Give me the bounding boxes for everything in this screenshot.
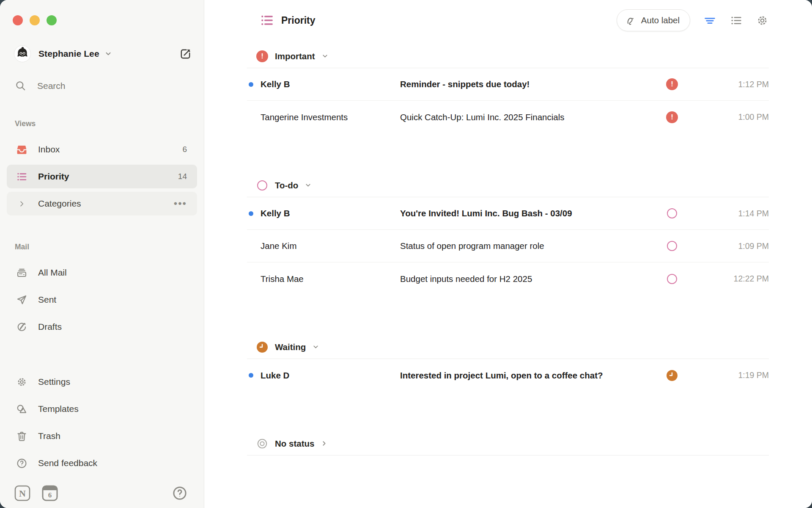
group-header-important[interactable]: !Important	[247, 44, 769, 68]
sidebar-item-categories[interactable]: Categories•••	[7, 192, 197, 215]
help-circle-icon[interactable]	[172, 486, 187, 501]
unread-dot	[249, 211, 253, 216]
group-header-todo[interactable]: To-do	[247, 174, 769, 197]
important-status-icon: !	[666, 111, 678, 123]
auto-label-button[interactable]: Auto label	[617, 9, 690, 31]
email-sender: Trisha Mae	[261, 274, 400, 284]
filter-icon[interactable]	[703, 14, 716, 27]
chevron-down-icon	[312, 343, 319, 351]
no-status-icon	[256, 438, 268, 450]
email-groups: !ImportantKelly BReminder - snippets due…	[247, 44, 769, 456]
email-rows: Luke DInterested in project Lumi, open t…	[247, 359, 769, 392]
group-label: To-do	[275, 180, 298, 190]
page-title: Priority	[281, 15, 315, 26]
email-row[interactable]: Kelly BReminder - snippets due today!!1:…	[247, 68, 769, 101]
waiting-status-icon	[256, 341, 268, 353]
email-subject: Budget inputs needed for H2 2025	[400, 274, 666, 284]
email-row[interactable]: Kelly BYou're Invited! Lumi Inc. Bug Bas…	[247, 197, 769, 230]
email-group-no-status: No status	[247, 432, 769, 456]
email-subject: Reminder - snippets due today!	[400, 79, 666, 89]
email-group-important: !ImportantKelly BReminder - snippets due…	[247, 44, 769, 133]
unread-count: 14	[178, 172, 187, 181]
sidebar-item-send-feedback[interactable]: Send feedback	[7, 451, 197, 475]
email-time: 1:09 PM	[678, 241, 769, 251]
email-row[interactable]: Luke DInterested in project Lumi, open t…	[247, 359, 769, 392]
account-switcher[interactable]: Stephanie Lee	[31, 49, 112, 59]
unread-indicator-col	[247, 373, 261, 378]
sidebar-item-label: Drafts	[38, 322, 62, 332]
mail-list-pane: Priority Auto label	[204, 0, 812, 508]
view-header: Priority Auto label	[247, 0, 769, 41]
sidebar-item-all-mail[interactable]: All Mail	[7, 261, 197, 284]
notion-logo-icon[interactable]: N	[14, 485, 31, 502]
screen: Stephanie Lee Search Vie	[0, 0, 812, 508]
mail-items: All MailSentDrafts	[0, 261, 204, 342]
email-rows: Kelly BReminder - snippets due today!!1:…	[247, 68, 769, 133]
sidebar-item-label: Templates	[38, 404, 79, 414]
help-icon	[16, 458, 27, 469]
email-subject: You're Invited! Lumi Inc. Bug Bash - 03/…	[400, 208, 666, 218]
sidebar-item-sent[interactable]: Sent	[7, 288, 197, 312]
sidebar-item-settings[interactable]: Settings	[7, 370, 197, 394]
email-sender: Kelly B	[261, 208, 400, 218]
unread-indicator-col	[247, 82, 261, 87]
sidebar-footer: N 6	[14, 485, 187, 502]
email-group-waiting: WaitingLuke DInterested in project Lumi,…	[247, 335, 769, 392]
email-status-badge[interactable]	[666, 274, 678, 284]
sidebar-item-trash[interactable]: Trash	[7, 424, 197, 448]
chevron-down-icon	[321, 52, 329, 60]
svg-text:6: 6	[48, 491, 52, 499]
email-time: 12:22 PM	[678, 274, 769, 284]
zoom-button[interactable]	[47, 15, 57, 25]
sidebar-item-drafts[interactable]: Drafts	[7, 315, 197, 339]
all-mail-icon	[16, 267, 27, 279]
close-button[interactable]	[13, 15, 23, 25]
email-status-badge[interactable]: !	[666, 111, 678, 123]
email-sender: Kelly B	[261, 79, 400, 89]
email-group-todo: To-doKelly BYou're Invited! Lumi Inc. Bu…	[247, 174, 769, 295]
group-header-waiting[interactable]: Waiting	[247, 335, 769, 359]
important-status-icon: !	[666, 78, 678, 90]
chevron-down-icon	[304, 182, 312, 189]
inbox-icon	[16, 144, 27, 155]
sidebar-item-label: Settings	[38, 377, 70, 387]
email-time: 1:00 PM	[678, 112, 769, 122]
more-options-button[interactable]: •••	[174, 202, 187, 206]
priority-list-icon	[16, 171, 27, 182]
gear-icon[interactable]	[756, 14, 769, 27]
minimize-button[interactable]	[30, 15, 40, 25]
email-status-badge[interactable]	[666, 208, 678, 218]
search-button[interactable]: Search	[15, 80, 192, 91]
sidebar-item-priority[interactable]: Priority14	[7, 165, 197, 188]
chevron-right-icon	[16, 198, 27, 210]
waiting-status-icon	[666, 370, 678, 381]
sidebar-item-templates[interactable]: Templates	[7, 397, 197, 421]
email-row[interactable]: Jane KimStatus of open program manager r…	[247, 230, 769, 262]
unread-dot	[249, 82, 253, 87]
auto-label-text: Auto label	[641, 15, 680, 25]
calendar-icon[interactable]: 6	[41, 485, 58, 502]
sidebar-item-inbox[interactable]: Inbox6	[7, 138, 197, 161]
list-view-icon[interactable]	[730, 14, 743, 27]
gear-icon	[16, 376, 27, 388]
sidebar-item-label: All Mail	[38, 268, 67, 278]
email-subject: Quick Catch-Up: Lumi Inc. 2025 Financial…	[400, 112, 666, 122]
svg-text:N: N	[19, 488, 26, 499]
compose-button[interactable]	[179, 47, 192, 61]
trash-icon	[16, 431, 27, 442]
todo-status-icon	[257, 180, 267, 190]
group-header-no-status[interactable]: No status	[247, 432, 769, 456]
email-row[interactable]: Tangerine InvestmentsQuick Catch-Up: Lum…	[247, 101, 769, 133]
auto-label-wand-icon	[625, 15, 636, 26]
header-actions: Auto label	[617, 9, 769, 31]
avatar	[14, 45, 31, 62]
email-row[interactable]: Trisha MaeBudget inputs needed for H2 20…	[247, 262, 769, 295]
email-status-badge[interactable]	[666, 241, 678, 251]
unread-dot	[249, 373, 253, 378]
email-time: 1:19 PM	[678, 370, 769, 380]
mail-app-window: Stephanie Lee Search Vie	[0, 0, 812, 508]
email-subject: Status of open program manager role	[400, 241, 666, 251]
email-status-badge[interactable]: !	[666, 78, 678, 90]
email-status-badge[interactable]	[666, 370, 678, 381]
sidebar-item-label: Inbox	[38, 144, 60, 155]
